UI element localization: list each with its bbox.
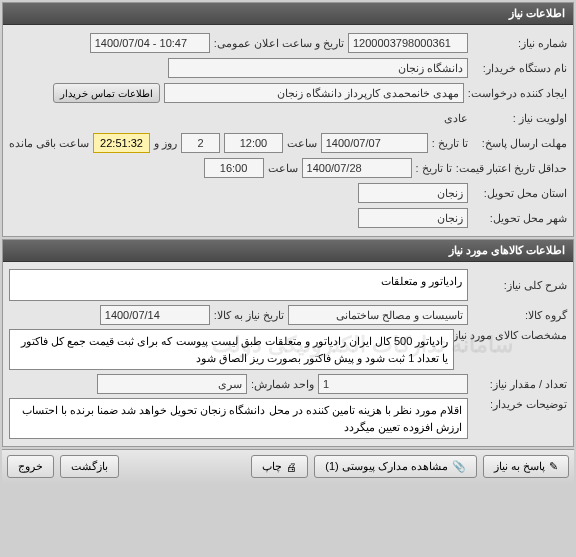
- validity-label: حداقل تاریخ اعتبار قیمت:: [456, 162, 567, 175]
- qty-value: 1: [318, 374, 468, 394]
- goods-group-label: گروه کالا:: [472, 309, 567, 322]
- validity-time-label: ساعت: [268, 162, 298, 175]
- validity-date: 1400/07/28: [302, 158, 412, 178]
- creator-label: ایجاد کننده درخواست:: [468, 87, 567, 100]
- exit-label: خروج: [18, 460, 43, 473]
- to-date-label-1: تا تاریخ :: [432, 137, 468, 150]
- need-info-panel: اطلاعات نیاز شماره نیاز: 120000379800036…: [2, 2, 574, 237]
- deadline-date: 1400/07/07: [321, 133, 428, 153]
- buyer-org-label: نام دستگاه خریدار:: [472, 62, 567, 75]
- back-button[interactable]: بازگشت: [60, 455, 119, 478]
- buyer-note-label: توضیحات خریدار:: [472, 398, 567, 411]
- back-label: بازگشت: [71, 460, 108, 473]
- deadline-time-label: ساعت: [287, 137, 317, 150]
- attachments-label: مشاهده مدارک پیوستی (1): [325, 460, 448, 473]
- need-info-body: شماره نیاز: 1200003798000361 تاریخ و ساع…: [3, 25, 573, 236]
- unit-label: واحد شمارش:: [251, 378, 314, 391]
- remaining-time: 22:51:32: [93, 133, 150, 153]
- deadline-time: 12:00: [224, 133, 283, 153]
- attachments-button[interactable]: 📎 مشاهده مدارک پیوستی (1): [314, 455, 477, 478]
- spec-label: مشخصات کالای مورد نیاز:: [458, 329, 567, 342]
- footer-toolbar: ✎ پاسخ به نیاز 📎 مشاهده مدارک پیوستی (1)…: [2, 449, 574, 483]
- validity-time: 16:00: [204, 158, 264, 178]
- need-number-label: شماره نیاز:: [472, 37, 567, 50]
- need-desc-value: رادیاتور و متعلقات: [9, 269, 468, 301]
- need-info-header: اطلاعات نیاز: [3, 3, 573, 25]
- attachment-icon: 📎: [452, 460, 466, 473]
- reply-button[interactable]: ✎ پاسخ به نیاز: [483, 455, 569, 478]
- remaining-label: ساعت باقی مانده: [9, 137, 89, 150]
- need-desc-label: شرح کلی نیاز:: [472, 279, 567, 292]
- buyer-contact-button[interactable]: اطلاعات تماس خریدار: [53, 83, 160, 103]
- qty-label: تعداد / مقدار نیاز:: [472, 378, 567, 391]
- province-label: استان محل تحویل:: [472, 187, 567, 200]
- announce-value: 1400/07/04 - 10:47: [90, 33, 210, 53]
- unit-value: سری: [97, 374, 247, 394]
- remaining-days: 2: [181, 133, 220, 153]
- need-date-value: 1400/07/14: [100, 305, 210, 325]
- announce-label: تاریخ و ساعت اعلان عمومی:: [214, 37, 344, 50]
- buyer-note-value: اقلام مورد نظر با هزینه تامین کننده در م…: [9, 398, 468, 439]
- deadline-label: مهلت ارسال پاسخ:: [472, 137, 567, 150]
- province-value: زنجان: [358, 183, 468, 203]
- days-label: روز و: [154, 137, 177, 150]
- to-date-label-2: تا تاریخ :: [416, 162, 452, 175]
- print-icon: 🖨: [286, 461, 297, 473]
- goods-group-value: تاسیسات و مصالح ساختمانی: [288, 305, 468, 325]
- need-date-label: تاریخ نیاز به کالا:: [214, 309, 284, 322]
- goods-info-body: سامانه تدارکات الکترونیکی دولت شرح کلی ن…: [3, 262, 573, 446]
- priority-value: عادی: [444, 112, 468, 125]
- goods-info-header: اطلاعات کالاهای مورد نیاز: [3, 240, 573, 262]
- need-number-value: 1200003798000361: [348, 33, 468, 53]
- spec-value: رادیاتور 500 کال ایران رادیاتور و متعلقا…: [9, 329, 454, 370]
- city-value: زنجان: [358, 208, 468, 228]
- exit-button[interactable]: خروج: [7, 455, 54, 478]
- priority-label: اولویت نیاز :: [472, 112, 567, 125]
- creator-value: مهدی خانمحمدی کارپرداز دانشگاه زنجان: [164, 83, 464, 103]
- goods-info-panel: اطلاعات کالاهای مورد نیاز سامانه تدارکات…: [2, 239, 574, 447]
- reply-label: پاسخ به نیاز: [494, 460, 545, 473]
- buyer-org-value: دانشگاه زنجان: [168, 58, 468, 78]
- city-label: شهر محل تحویل:: [472, 212, 567, 225]
- print-button[interactable]: 🖨 چاپ: [251, 455, 308, 478]
- reply-icon: ✎: [549, 460, 558, 473]
- print-label: چاپ: [262, 460, 282, 473]
